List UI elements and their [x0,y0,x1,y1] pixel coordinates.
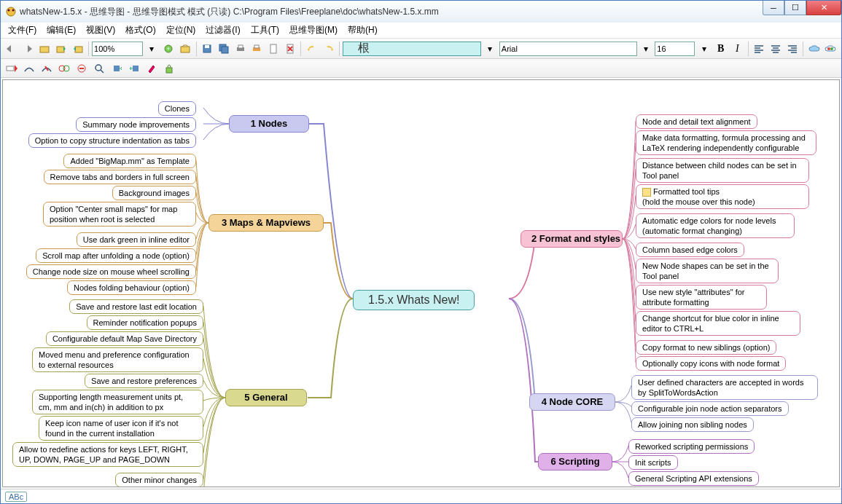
bold-button[interactable]: B [713,41,728,57]
menu-file[interactable]: 文件(F) [4,23,41,38]
menu-mindmap[interactable]: 思维导图(M) [285,23,342,38]
leaf-node[interactable]: Distance between child nodes can be set … [636,158,809,183]
align-right-icon[interactable] [784,41,800,57]
close-button[interactable]: ✕ [806,1,841,15]
add-node-icon[interactable] [4,60,20,76]
minimize-button[interactable]: ─ [763,1,784,15]
find-icon[interactable] [91,60,107,76]
folder-left-icon[interactable] [53,41,69,57]
branch-core[interactable]: 4 Node CORE [529,393,615,411]
maximize-button[interactable]: ☐ [784,1,806,15]
style-combo[interactable] [343,42,481,56]
leaf-node[interactable]: Option to copy structure indentation as … [28,133,196,148]
goto-back-icon[interactable] [126,60,142,76]
font-combo[interactable] [499,42,637,56]
cloud-color-icon[interactable] [823,41,838,57]
leaf-node[interactable]: New Node shapes can be set in the Tool p… [636,259,779,283]
chevron-down-icon[interactable]: ▾ [483,41,498,57]
filter-apply-icon[interactable] [56,60,72,76]
leaf-node[interactable]: Init scripts [628,455,678,470]
leaf-node[interactable]: Scroll map after unfolding a node (optio… [36,248,196,263]
menu-format[interactable]: 格式(O) [121,23,160,38]
chevron-down-icon[interactable]: ▾ [639,41,654,57]
leaf-node[interactable]: Copy format to new siblings (option) [636,340,776,355]
branch-maps[interactable]: 3 Maps & Mapviews [208,214,324,232]
menu-help[interactable]: 帮助(H) [343,23,382,38]
leaf-node[interactable]: Configurable join node action separators [631,401,789,416]
undo-icon[interactable] [304,41,319,57]
print-preview-icon[interactable] [249,41,265,57]
mindmap-canvas[interactable]: 1.5.x Whats New! 1 Nodes Clones Summary … [2,79,840,487]
branch-general[interactable]: 5 General [225,389,307,406]
leaf-node[interactable]: Background images [112,186,196,200]
leaf-node[interactable]: User defined characters are accepted in … [631,375,818,400]
leaf-node[interactable]: General Scripting API extensions [628,471,759,486]
menu-filter[interactable]: 过滤器(I) [201,23,244,38]
status-indicator: ABc [5,492,27,502]
encrypt-icon[interactable] [161,60,177,76]
leaf-node[interactable]: Reworked scripting permissions [628,439,755,454]
menu-tools[interactable]: 工具(T) [246,23,284,38]
align-center-icon[interactable] [768,41,784,57]
unlink-icon[interactable] [39,60,55,76]
window-controls: ─ ☐ ✕ [763,1,841,15]
print-icon[interactable] [233,41,248,57]
leaf-node[interactable]: Save and restore preferences [85,374,203,388]
leaf-node[interactable]: Configurable default Map Save Directory [46,331,203,346]
cloud-icon[interactable] [806,41,822,57]
open-icon[interactable] [37,41,52,57]
redo-icon[interactable] [321,41,336,57]
leaf-node[interactable]: Allow to redefine actions for keys LEFT,… [12,442,203,467]
menu-navigate[interactable]: 定位(N) [162,23,200,38]
leaf-node[interactable]: Change shortcut for blue color in inline… [636,311,800,336]
italic-button[interactable]: I [730,41,745,57]
leaf-node[interactable]: Supporting length measurement units pt, … [32,390,203,414]
branch-scripting[interactable]: 6 Scripting [538,453,612,470]
highlight-icon[interactable] [144,60,160,76]
goto-root-icon[interactable] [109,60,125,76]
fontsize-combo[interactable] [655,42,695,56]
leaf-node[interactable]: Use new style "attributes" for attribute… [636,285,767,310]
leaf-node[interactable]: Added "BigMap.mm" as Template [63,154,196,168]
new-map-icon[interactable]: + [161,41,176,57]
leaf-node[interactable]: Make data formatting, formula processing… [636,130,816,155]
chevron-down-icon[interactable]: ▾ [696,41,712,57]
link-icon[interactable] [21,60,37,76]
close-map-icon[interactable] [283,41,298,57]
leaf-node[interactable]: Column based edge colors [636,243,744,257]
leaf-node[interactable]: Clones [158,101,196,116]
leaf-node[interactable]: Save and restore last edit location [69,299,203,314]
svg-point-23 [63,66,69,71]
leaf-node[interactable]: Change node size on mouse wheel scrollin… [26,264,196,279]
chevron-down-icon[interactable]: ▾ [144,41,160,57]
branch-nodes[interactable]: 1 Nodes [229,115,309,133]
folder-right-icon[interactable] [70,41,85,57]
page-setup-icon[interactable] [266,41,281,57]
save-all-icon[interactable] [216,41,231,57]
leaf-node[interactable]: Node and detail text alignment [636,114,757,129]
leaf-node[interactable]: Formatted tool tips (hold the mouse over… [636,184,809,209]
leaf-node[interactable]: Reminder notification popups [87,315,203,330]
leaf-node[interactable]: Keep icon name of user icon if it's not … [39,416,203,441]
next-map-icon[interactable] [20,41,36,57]
align-left-icon[interactable] [752,41,767,57]
branch-format[interactable]: 2 Format and styles [521,230,623,248]
leaf-node[interactable]: Optionally copy icons with node format [636,356,786,371]
save-icon[interactable] [200,41,215,57]
leaf-node[interactable]: Allow joining non sibling nodes [631,417,754,432]
filter-reset-icon[interactable] [74,60,90,76]
leaf-node[interactable]: Automatic edge colors for node levels (a… [636,213,795,238]
leaf-node[interactable]: Use dark green in inline editor [77,232,196,247]
menu-view[interactable]: 视图(V) [82,23,120,38]
root-node[interactable]: 1.5.x Whats New! [353,290,475,310]
leaf-node[interactable]: Nodes folding behaviour (option) [67,280,196,295]
zoom-combo[interactable] [92,42,143,56]
leaf-node[interactable]: Other minor changes [115,473,203,487]
menu-edit[interactable]: 编辑(E) [42,23,80,38]
leaf-node[interactable]: Summary node improvements [76,117,196,132]
leaf-node[interactable]: Moved menu and preference configuration … [32,347,203,372]
leaf-node[interactable]: Remove tabs and borders in full screen [44,170,196,184]
leaf-node[interactable]: Option "Center small maps" for map posit… [43,202,196,227]
prev-map-icon[interactable] [4,41,19,57]
open-map-icon[interactable] [178,41,193,57]
